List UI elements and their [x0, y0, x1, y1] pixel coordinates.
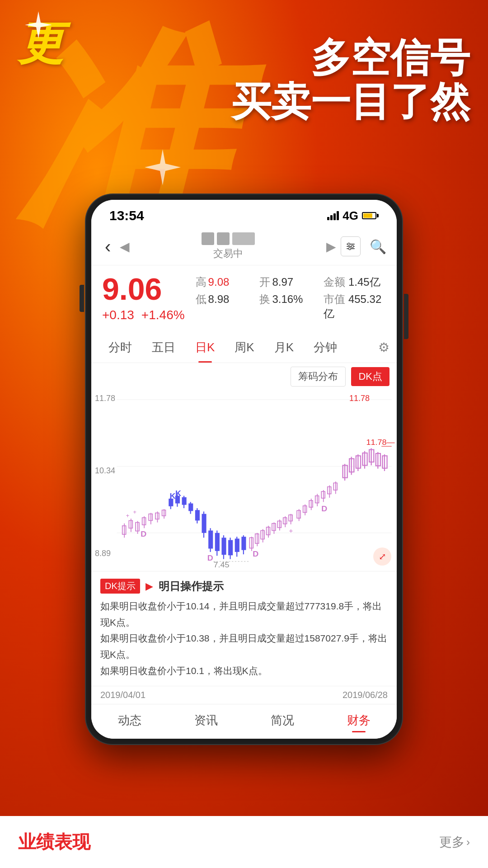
nav-next-button[interactable]: ▶ [326, 239, 336, 254]
sparkle-icon [25, 11, 52, 38]
svg-text:11.78—: 11.78— [366, 438, 395, 447]
below-phone-section: 业绩表现 更多 › [0, 816, 488, 868]
svg-text:D: D [253, 550, 258, 558]
svg-rect-35 [182, 497, 187, 505]
status-time: 13:54 [109, 208, 144, 223]
svg-rect-46 [215, 533, 220, 551]
phone-screen: 13:54 4G ‹ ◀ [91, 200, 397, 739]
svg-marker-1 [145, 149, 181, 185]
trade-status: 交易中 [134, 247, 322, 260]
svg-point-7 [349, 248, 351, 250]
dk-point-btn[interactable]: DK点 [351, 367, 389, 386]
banner-line2: 买卖一目了然 [231, 80, 470, 124]
svg-point-6 [352, 245, 354, 248]
tab-yuek[interactable]: 月K [264, 332, 304, 363]
more-button[interactable]: 更多 › [439, 834, 470, 851]
settings-icon-btn[interactable] [341, 236, 361, 256]
nav-action-icons: 🔍 [341, 236, 388, 256]
chart-area: 11.78 10.34 8.89 11.78 [91, 390, 397, 571]
stock-name [134, 232, 322, 245]
phone-frame: 13:54 4G ‹ ◀ [86, 194, 402, 744]
price-label-mid: 10.34 [95, 466, 115, 476]
battery-icon [362, 212, 379, 219]
price-label-top: 11.78 [95, 394, 115, 403]
date-range: 2019/04/01 2019/06/28 [91, 686, 397, 704]
dk-tip-section: DK提示 ▶ 明日操作提示 如果明日收盘价小于10.14，并且明日成交量超过77… [91, 571, 397, 686]
expand-chart-btn[interactable]: ⤢ [373, 547, 391, 566]
status-icons: 4G [327, 209, 379, 223]
dk-badge: DK提示 [100, 579, 140, 594]
tab-zhouk[interactable]: 周K [225, 332, 264, 363]
market-stat: 市值 455.32亿 [324, 291, 386, 322]
sparkle-icon-2 [145, 149, 181, 185]
more-label: 更多 [439, 834, 465, 851]
date-end: 2019/06/28 [343, 690, 388, 700]
search-icon-btn[interactable]: 🔍 [368, 236, 388, 256]
dk-tip-body: 如果明日收盘价小于10.14，并且明日成交量超过777319.8手，将出现K点。… [100, 598, 388, 679]
svg-rect-54 [235, 538, 239, 552]
price-main: 9.06 +0.13 +1.46% [102, 274, 185, 322]
section-header: 业绩表现 更多 › [18, 830, 470, 854]
chip-distribution-btn[interactable]: 筹码分布 [291, 367, 346, 387]
price-change-percent: +1.46% [141, 308, 185, 322]
chart-settings-icon[interactable]: ⚙ [378, 340, 389, 355]
current-price: 9.06 [102, 274, 185, 304]
sliders-icon [346, 241, 356, 251]
svg-rect-52 [228, 540, 233, 556]
dk-tip-title: 明日操作提示 [159, 579, 224, 594]
svg-rect-56 [241, 537, 246, 550]
svg-rect-31 [169, 499, 173, 506]
svg-text:+: + [126, 513, 130, 519]
chart-tabs: 分时 五日 日K 周K 月K 分钟 ⚙ [91, 332, 397, 363]
dk-tip-header: DK提示 ▶ 明日操作提示 [100, 579, 388, 594]
network-label: 4G [343, 209, 358, 223]
svg-rect-41 [202, 514, 206, 533]
tab-fenzhong[interactable]: 分钟 [304, 332, 347, 363]
tab-wuri[interactable]: 五日 [142, 332, 185, 363]
svg-rect-37 [188, 504, 193, 511]
signal-icon [327, 211, 339, 220]
tab-zixun[interactable]: 资讯 [168, 704, 244, 739]
svg-text:D: D [321, 505, 327, 513]
banner-slogan: 多空信号 买卖一目了然 [231, 36, 470, 124]
nav-bar: ‹ ◀ 交易中 ▶ [91, 228, 397, 265]
svg-rect-39 [195, 510, 200, 520]
svg-text:+: + [289, 527, 293, 534]
high-low-col: 高9.08 低8.98 [196, 274, 258, 308]
price-area: 9.06 +0.13 +1.46% 高9.08 低8.98 [91, 265, 397, 332]
banner-line1: 多空信号 [231, 36, 470, 80]
svg-rect-43 [208, 531, 213, 549]
low-stat: 低8.98 [196, 291, 258, 308]
nav-title: 交易中 [134, 232, 322, 260]
amount-stat: 金额 1.45亿 [324, 274, 386, 291]
dk-tip-line1: 如果明日收盘价小于10.14，并且明日成交量超过777319.8手，将出现K点。 [100, 598, 388, 630]
dk-tip-arrow: ▶ [145, 580, 153, 592]
back-button[interactable]: ‹ [100, 234, 115, 259]
open-stat: 开8.97 [259, 274, 322, 291]
tab-dongtai[interactable]: 动态 [91, 704, 168, 739]
price-label-bot: 8.89 [95, 549, 111, 558]
dk-tip-line2: 如果明日收盘价小于10.38，并且明日成交量超过1587027.9手，将出现K点… [100, 630, 388, 662]
price-label-top-right: 11.78 [349, 394, 370, 403]
svg-text:+: + [133, 509, 136, 515]
amount-market-col: 金额 1.45亿 市值 455.32亿 [324, 274, 386, 322]
candlestick-chart: + + D K K [91, 390, 397, 571]
tab-jiankuang[interactable]: 简况 [244, 704, 320, 739]
date-start: 2019/04/01 [100, 690, 145, 700]
price-change-value: +0.13 [102, 308, 134, 322]
status-bar: 13:54 4G [91, 200, 397, 228]
stock-code-blocks [202, 232, 255, 245]
svg-text:D: D [141, 530, 146, 538]
section-title: 业绩表现 [18, 830, 90, 854]
high-stat: 高9.08 [196, 274, 258, 291]
price-change-row: +0.13 +1.46% [102, 308, 185, 322]
phone-mockup: 13:54 4G ‹ ◀ [86, 194, 402, 744]
exchange-stat: 换3.16% [259, 291, 322, 308]
svg-rect-33 [175, 496, 180, 504]
tab-fenshi[interactable]: 分时 [99, 332, 142, 363]
open-exchange-col: 开8.97 换3.16% [259, 274, 322, 308]
nav-prev-button[interactable]: ◀ [120, 239, 130, 254]
tab-rik[interactable]: 日K [185, 332, 225, 363]
tab-caiwu[interactable]: 财务 [320, 704, 397, 739]
svg-marker-0 [25, 11, 52, 38]
